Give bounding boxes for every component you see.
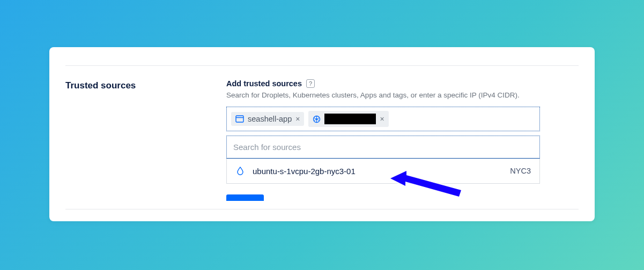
svg-line-6: [317, 119, 320, 121]
field-label: Add trusted sources: [226, 80, 302, 88]
divider: [65, 209, 579, 209]
chip-label-redacted: [324, 114, 376, 124]
kubernetes-icon: [313, 115, 321, 123]
svg-line-8: [314, 119, 317, 121]
search-row[interactable]: [226, 136, 540, 159]
source-chips-input[interactable]: seashell-app ×: [226, 107, 540, 131]
dropdown-item[interactable]: ubuntu-s-1vcpu-2gb-nyc3-01 NYC3: [227, 159, 539, 183]
droplet-icon: [235, 166, 245, 176]
svg-rect-0: [236, 116, 243, 122]
source-chip[interactable]: seashell-app ×: [231, 112, 304, 126]
content-row: Trusted sources Add trusted sources ? Se…: [65, 79, 579, 184]
right-column: Add trusted sources ? Search for Droplet…: [226, 79, 579, 184]
search-input[interactable]: [227, 136, 539, 158]
svg-line-5: [317, 118, 320, 119]
field-help-text: Search for Droplets, Kubernetes clusters…: [226, 91, 579, 99]
dropdown-item-region: NYC3: [510, 167, 531, 175]
trusted-sources-panel: Trusted sources Add trusted sources ? Se…: [49, 47, 595, 221]
chip-remove-icon[interactable]: ×: [295, 115, 300, 123]
source-chip[interactable]: ×: [308, 111, 388, 127]
section-title: Trusted sources: [65, 80, 226, 91]
primary-button-peek[interactable]: [226, 194, 264, 201]
search-dropdown: ubuntu-s-1vcpu-2gb-nyc3-01 NYC3: [226, 159, 540, 184]
divider: [65, 65, 579, 66]
field-label-row: Add trusted sources ?: [226, 79, 579, 88]
left-column: Trusted sources: [65, 79, 226, 184]
help-icon[interactable]: ?: [306, 79, 315, 88]
dropdown-item-name: ubuntu-s-1vcpu-2gb-nyc3-01: [253, 167, 510, 176]
chip-remove-icon[interactable]: ×: [380, 115, 384, 123]
chip-label: seashell-app: [248, 115, 292, 123]
app-icon: [235, 115, 244, 123]
svg-line-9: [314, 118, 317, 119]
